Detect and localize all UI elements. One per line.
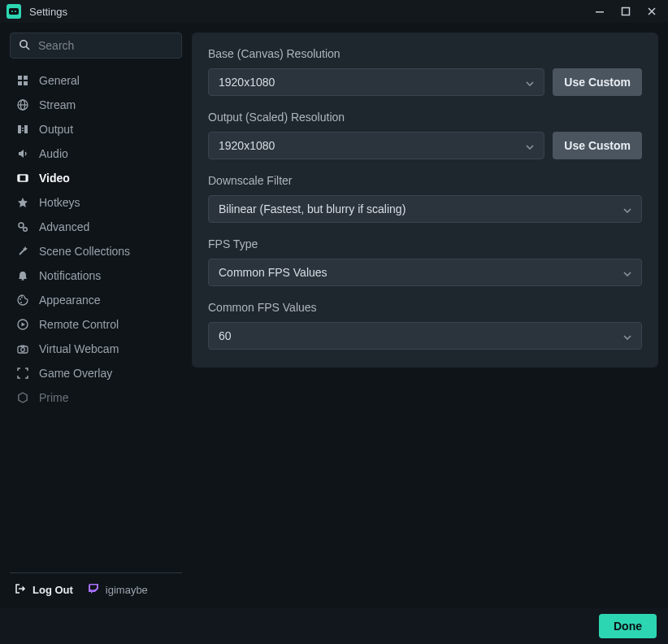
chevron-down-icon — [526, 139, 534, 152]
logout-button[interactable]: Log Out — [15, 583, 73, 597]
window-title: Settings — [29, 6, 67, 18]
sidebar-item-label: Audio — [39, 147, 68, 160]
sidebar: General Stream Output Audio Video Hotkey… — [0, 23, 192, 608]
select-value: 1920x1080 — [219, 76, 275, 89]
select-value: Common FPS Values — [219, 266, 327, 279]
sidebar-item-label: Remote Control — [39, 318, 119, 331]
field-output-resolution: Output (Scaled) Resolution 1920x1080 Use… — [208, 111, 642, 159]
sidebar-item-game-overlay[interactable]: Game Overlay — [10, 361, 182, 385]
chevron-down-icon — [526, 76, 534, 89]
sidebar-item-label: Virtual Webcam — [39, 342, 119, 355]
svg-point-24 — [20, 298, 21, 300]
label-downscale-filter: Downscale Filter — [208, 174, 642, 187]
logout-icon — [15, 583, 26, 597]
titlebar: Settings — [0, 0, 668, 23]
sidebar-item-remote-control[interactable]: Remote Control — [10, 312, 182, 337]
label-common-fps: Common FPS Values — [208, 301, 642, 314]
svg-point-1 — [11, 11, 13, 12]
maximize-button[interactable] — [613, 0, 639, 23]
minimize-button[interactable] — [587, 0, 613, 23]
output-icon — [15, 124, 31, 135]
field-common-fps: Common FPS Values 60 — [208, 301, 642, 350]
select-base-resolution[interactable]: 1920x1080 — [208, 68, 544, 96]
svg-point-29 — [21, 348, 25, 352]
sidebar-item-label: Advanced — [39, 220, 89, 233]
svg-point-22 — [24, 228, 28, 232]
app-icon — [7, 4, 21, 19]
svg-point-5 — [20, 40, 27, 46]
chevron-down-icon — [623, 202, 631, 215]
camera-icon — [15, 343, 31, 355]
sidebar-item-label: General — [39, 74, 80, 87]
sidebar-item-label: Scene Collections — [39, 245, 130, 258]
sidebar-nav: General Stream Output Audio Video Hotkey… — [10, 68, 182, 572]
search-box[interactable] — [10, 33, 182, 59]
svg-rect-8 — [24, 76, 28, 80]
sidebar-item-hotkeys[interactable]: Hotkeys — [10, 190, 182, 215]
bottom-bar: Done — [0, 608, 668, 644]
svg-rect-32 — [94, 586, 95, 589]
svg-rect-23 — [22, 279, 24, 281]
sidebar-item-label: Appearance — [39, 294, 101, 307]
palette-icon — [15, 294, 31, 306]
globe-icon — [15, 99, 31, 111]
sidebar-item-label: Notifications — [39, 269, 101, 282]
play-circle-icon — [15, 319, 31, 330]
select-fps-type[interactable]: Common FPS Values — [208, 259, 642, 286]
magic-icon — [15, 246, 31, 257]
sidebar-item-general[interactable]: General — [10, 68, 182, 93]
twitch-icon — [88, 583, 99, 597]
hexagon-icon — [15, 392, 31, 403]
expand-icon — [15, 368, 31, 379]
label-output-resolution: Output (Scaled) Resolution — [208, 111, 642, 124]
svg-rect-10 — [24, 81, 28, 85]
sidebar-item-video[interactable]: Video — [10, 166, 182, 190]
sidebar-item-label: Video — [39, 172, 70, 185]
select-output-resolution[interactable]: 1920x1080 — [208, 132, 544, 159]
svg-rect-19 — [18, 175, 20, 181]
select-common-fps[interactable]: 60 — [208, 322, 642, 350]
sidebar-item-stream[interactable]: Stream — [10, 93, 182, 117]
select-value: 1920x1080 — [219, 139, 275, 152]
svg-rect-9 — [18, 81, 22, 85]
svg-rect-0 — [9, 8, 19, 15]
sidebar-item-scene-collections[interactable]: Scene Collections — [10, 239, 182, 263]
user-chip[interactable]: igimaybe — [88, 583, 148, 597]
close-button[interactable] — [639, 0, 665, 23]
sidebar-item-notifications[interactable]: Notifications — [10, 263, 182, 288]
use-custom-base-button[interactable]: Use Custom — [553, 68, 642, 96]
sidebar-item-label: Prime — [39, 391, 69, 404]
sidebar-item-label: Stream — [39, 98, 76, 111]
svg-line-6 — [26, 46, 29, 50]
username: igimaybe — [106, 584, 148, 596]
sidebar-item-label: Hotkeys — [39, 196, 80, 209]
sidebar-item-advanced[interactable]: Advanced — [10, 215, 182, 239]
sidebar-item-audio[interactable]: Audio — [10, 141, 182, 166]
svg-rect-31 — [93, 586, 93, 589]
film-icon — [15, 172, 31, 184]
svg-rect-17 — [24, 125, 28, 133]
search-input[interactable] — [38, 39, 180, 52]
sidebar-item-virtual-webcam[interactable]: Virtual Webcam — [10, 337, 182, 361]
field-fps-type: FPS Type Common FPS Values — [208, 237, 642, 286]
svg-rect-7 — [18, 76, 22, 80]
done-button[interactable]: Done — [599, 614, 657, 638]
select-value: 60 — [219, 329, 232, 342]
sidebar-item-output[interactable]: Output — [10, 117, 182, 141]
label-base-resolution: Base (Canvas) Resolution — [208, 47, 642, 60]
field-base-resolution: Base (Canvas) Resolution 1920x1080 Use C… — [208, 47, 642, 96]
svg-rect-3 — [596, 11, 604, 13]
star-icon — [15, 197, 31, 208]
sidebar-item-prime[interactable]: Prime — [10, 385, 182, 410]
svg-rect-20 — [26, 175, 28, 181]
sidebar-item-label: Game Overlay — [39, 367, 112, 380]
sidebar-item-label: Output — [39, 123, 73, 136]
chevron-down-icon — [623, 266, 631, 279]
svg-point-25 — [21, 297, 23, 298]
select-downscale-filter[interactable]: Bilinear (Fastest, but blurry if scaling… — [208, 195, 642, 223]
sidebar-item-appearance[interactable]: Appearance — [10, 288, 182, 312]
content: Base (Canvas) Resolution 1920x1080 Use C… — [192, 23, 668, 608]
chevron-down-icon — [623, 329, 631, 342]
svg-point-21 — [19, 223, 24, 228]
use-custom-output-button[interactable]: Use Custom — [553, 132, 642, 159]
